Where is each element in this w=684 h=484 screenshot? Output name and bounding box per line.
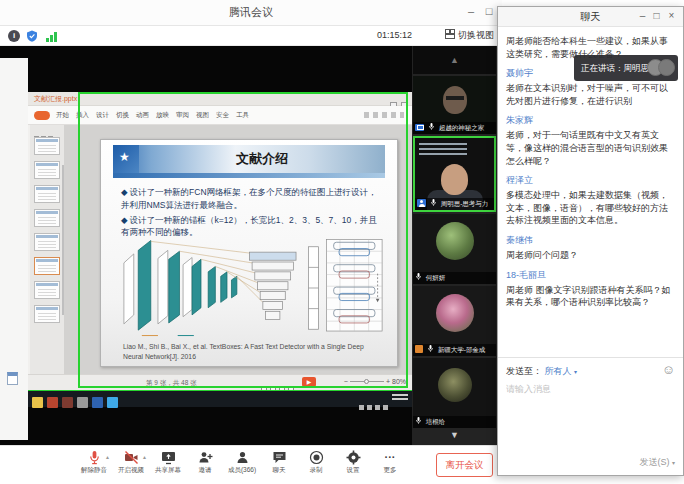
window-title: 腾讯会议 bbox=[0, 0, 502, 25]
chat-titlebar: 聊天 – □ × bbox=[498, 7, 683, 27]
slide-thumbnail-panel bbox=[30, 125, 64, 374]
minimize-icon[interactable]: – bbox=[636, 10, 649, 21]
caret-up-icon[interactable]: ▲ bbox=[142, 454, 147, 460]
screen-sharing-badge-icon bbox=[415, 124, 424, 131]
wps-window: 文献汇报.pptx 开始插入设计切换动画放映审阅视图安全工具 bbox=[28, 92, 412, 390]
wps-logo-icon bbox=[34, 111, 50, 120]
share-screen-button[interactable]: 共享屏幕 bbox=[150, 450, 186, 475]
participant-name: 培根给 bbox=[426, 418, 446, 425]
slideshow-play-button: ▶ bbox=[302, 377, 316, 387]
sender-name: 秦继伟 bbox=[506, 234, 675, 247]
participant-tile[interactable]: 超越的神秘之家 bbox=[413, 76, 496, 134]
chat-send-area: 发送至： 所有人 ▾ ☺ 发送(S) ▾ bbox=[498, 357, 683, 475]
taskbar-app-icons bbox=[32, 394, 122, 412]
participant-strip: ▲ 超越的神秘之家 周明思-思考与力 何妍妍 bbox=[412, 46, 497, 445]
maximize-icon[interactable]: □ bbox=[482, 5, 496, 17]
maximize-icon[interactable]: □ bbox=[650, 10, 663, 21]
participant-video-face bbox=[441, 164, 468, 195]
switch-view-label: 切换视图 bbox=[458, 30, 494, 40]
slide-background-hint bbox=[419, 143, 467, 157]
start-video-button[interactable]: 开启视频 ▲ bbox=[113, 450, 149, 475]
slide-thumbnail bbox=[34, 185, 60, 203]
chat-bubble-icon bbox=[272, 450, 287, 465]
share-screen-icon bbox=[161, 450, 176, 465]
ribbon-tab: 安全 bbox=[216, 111, 229, 118]
slide-counter: 第 9 张，共 48 张 bbox=[146, 379, 197, 388]
wps-ribbon: 开始插入设计切换动画放映审阅视图安全工具 bbox=[28, 106, 412, 125]
speaking-toast-text: 正在讲话：周明思 bbox=[581, 63, 649, 73]
scroll-down-icon[interactable]: ▼ bbox=[412, 430, 497, 440]
slide-thumbnail bbox=[34, 281, 60, 299]
taskbar-tray-icons bbox=[356, 396, 388, 414]
shared-desktop-left-strip bbox=[0, 58, 28, 440]
camera-off-icon bbox=[124, 450, 139, 465]
layout-grid-icon bbox=[445, 29, 455, 39]
meeting-info-icon[interactable]: i bbox=[8, 30, 20, 42]
close-icon[interactable]: × bbox=[665, 10, 678, 21]
participant-name: 超越的神秘之家 bbox=[439, 124, 485, 131]
chat-window: 聊天 – □ × 周老师能否给本科生一些建议，如果从事这类研究，需要做什么准备？… bbox=[497, 6, 684, 476]
invite-button[interactable]: 邀请 bbox=[187, 450, 223, 475]
zoom-slider-knob bbox=[364, 379, 369, 384]
participant-tile[interactable]: 培根给 bbox=[413, 358, 496, 428]
mic-icon bbox=[415, 416, 422, 425]
slide-thumbnail bbox=[34, 137, 60, 155]
meeting-titlebar: 腾讯会议 – □ bbox=[0, 0, 502, 26]
caret-down-icon[interactable]: ▾ bbox=[574, 369, 577, 375]
slide-title-banner: ★ 文献介绍 bbox=[113, 145, 385, 173]
chat-message: 程泽立 多模态处理中，如果去建数据集（视频，文本，图像，语音），有哪些较好的方法… bbox=[506, 174, 675, 227]
ribbon-tab: 设计 bbox=[96, 111, 109, 118]
ribbon-tab: 视图 bbox=[196, 111, 209, 118]
message-text: 周老师问个问题？ bbox=[506, 249, 675, 262]
participant-tile[interactable]: ▲ bbox=[413, 46, 496, 74]
slide-thumbnail-selected bbox=[34, 257, 60, 275]
switch-view-button[interactable]: 切换视图 bbox=[445, 29, 494, 42]
slide-thumbnail bbox=[34, 209, 60, 227]
hand-raised-badge-icon bbox=[415, 345, 423, 353]
ribbon-tab: 开始 bbox=[56, 111, 69, 118]
bullet-text: 设计了一种新的锚框（k=12），长宽比1、2、3、5、7、10，并且有两种不同的… bbox=[121, 215, 377, 238]
wps-status-bar: 第 9 张，共 48 张 ▶ −+ 80% bbox=[28, 374, 412, 390]
desktop-file-icon bbox=[7, 372, 18, 385]
more-button[interactable]: ··· 更多 bbox=[372, 450, 408, 475]
participant-video-face bbox=[443, 86, 467, 114]
chat-message: 18-毛丽旦 周老师 图像文字识别跟语种有关系吗？如果有关系，哪个语种识别率比较… bbox=[506, 269, 675, 309]
participant-tile[interactable]: 何妍妍 bbox=[413, 214, 496, 284]
minimize-icon[interactable]: – bbox=[464, 5, 478, 17]
ribbon-tab: 动画 bbox=[136, 111, 149, 118]
mic-icon bbox=[427, 344, 434, 353]
settings-button[interactable]: 设置 bbox=[335, 450, 371, 475]
members-button[interactable]: 成员(366) bbox=[224, 450, 260, 475]
taskbar-clock bbox=[392, 394, 408, 404]
network-signal-icon[interactable] bbox=[46, 32, 60, 42]
participant-tile[interactable]: 新疆大学-邵金成 bbox=[413, 286, 496, 356]
leave-meeting-button[interactable]: 离开会议 bbox=[436, 453, 493, 477]
chat-message: 朱家辉 老师，对于一句话里既有中文又有英文等，像这样的混合语言型的语句识别效果怎… bbox=[506, 114, 675, 167]
emoji-icon[interactable]: ☺ bbox=[662, 362, 675, 377]
speaking-toast: 正在讲话：周明思 bbox=[574, 55, 678, 81]
banner-underline-bar bbox=[113, 173, 385, 178]
ribbon-right-icons bbox=[364, 112, 404, 118]
active-speaker-tile[interactable]: 周明思-思考与力 bbox=[413, 136, 496, 212]
meeting-duration: 01:15:12 bbox=[377, 30, 412, 40]
unmute-button[interactable]: 解除静音 ▲ bbox=[76, 450, 112, 475]
members-icon bbox=[235, 450, 250, 465]
record-button[interactable]: 录制 bbox=[298, 450, 334, 475]
security-shield-icon[interactable] bbox=[26, 30, 38, 42]
shared-screen-video: 文献汇报.pptx 开始插入设计切换动画放映审阅视图安全工具 bbox=[0, 46, 412, 445]
message-text: 老师，对于一句话里既有中文又有英文等，像这样的混合语言型的语句识别效果怎么样呢？ bbox=[506, 129, 675, 167]
mic-muted-icon bbox=[87, 450, 102, 465]
message-input[interactable] bbox=[506, 384, 671, 394]
wps-tab-bar: 文献汇报.pptx bbox=[28, 92, 412, 106]
more-dots-icon: ··· bbox=[372, 450, 408, 465]
presenter-badge-icon bbox=[417, 199, 426, 207]
caret-down-icon[interactable]: ▾ bbox=[672, 460, 675, 466]
slide-thumbnail bbox=[34, 161, 60, 179]
chat-button[interactable]: 聊天 bbox=[261, 450, 297, 475]
collapse-triangle-icon: ▲ bbox=[450, 55, 459, 65]
zoom-control: −+ 80% bbox=[344, 378, 406, 385]
screen: 腾讯会议 – □ i 01:15:12 切换视图 文献汇报 bbox=[0, 0, 684, 484]
send-to-dropdown[interactable]: 所有人 bbox=[545, 366, 572, 376]
caret-up-icon[interactable]: ▲ bbox=[105, 454, 110, 460]
send-button[interactable]: 发送(S) ▾ bbox=[639, 456, 675, 469]
